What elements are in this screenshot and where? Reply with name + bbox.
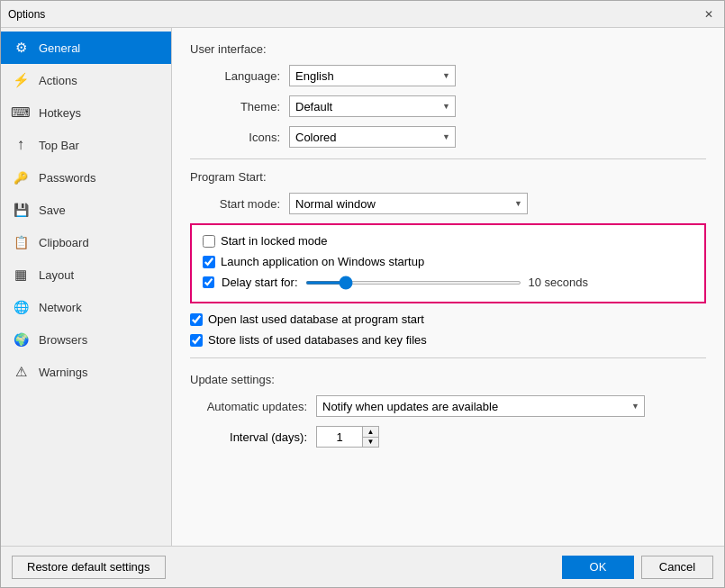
launch-startup-row: Launch application on Windows startup: [203, 255, 693, 268]
sidebar-item-save[interactable]: 💾 Save: [1, 194, 171, 226]
automatic-updates-row: Automatic updates: Notify when updates a…: [190, 395, 706, 417]
launch-startup-checkbox[interactable]: [203, 256, 215, 268]
spinner-down-button[interactable]: ▼: [362, 438, 378, 448]
sidebar-label-network: Network: [39, 301, 82, 314]
sidebar-label-hotkeys: Hotkeys: [39, 106, 81, 120]
delay-slider-container: 10 seconds: [305, 276, 592, 289]
sidebar-item-general[interactable]: ⚙ General: [1, 32, 171, 64]
dialog-title: Options: [8, 8, 45, 21]
footer-right-buttons: OK Cancel: [562, 556, 713, 579]
general-icon: ⚙: [12, 39, 30, 57]
update-settings-section: Update settings: Automatic updates: Noti…: [190, 373, 706, 448]
store-lists-checkbox[interactable]: [190, 334, 203, 347]
open-last-db-row: Open last used database at program start: [190, 312, 706, 326]
highlighted-options-box: Start in locked mode Launch application …: [190, 223, 706, 303]
language-dropdown-wrapper: English German French: [289, 65, 456, 86]
delay-slider[interactable]: [305, 281, 521, 285]
sidebar-item-network[interactable]: 🌐 Network: [1, 291, 171, 323]
start-locked-label: Start in locked mode: [221, 234, 328, 248]
language-label: Language:: [190, 69, 280, 83]
close-button[interactable]: ✕: [701, 6, 717, 23]
icons-select[interactable]: Colored Monochrome: [289, 126, 456, 148]
theme-select[interactable]: Default Dark Light: [289, 95, 456, 117]
interval-label: Interval (days):: [190, 430, 307, 444]
sidebar-item-clipboard[interactable]: 📋 Clipboard: [1, 226, 171, 258]
interval-spinner: ▲ ▼: [316, 426, 379, 448]
start-mode-label: Start mode:: [190, 197, 280, 211]
language-row: Language: English German French: [190, 65, 706, 86]
start-locked-row: Start in locked mode: [203, 234, 693, 248]
sidebar-label-actions: Actions: [39, 74, 77, 87]
actions-icon: ⚡: [12, 71, 30, 89]
divider-2: [190, 357, 706, 358]
updates-dropdown-wrapper: Notify when updates are available Check …: [316, 395, 645, 417]
browsers-icon: 🌍: [12, 330, 30, 348]
theme-row: Theme: Default Dark Light: [190, 95, 706, 117]
options-dialog: Options ✕ ⚙ General ⚡ Actions ⌨ Hotkeys …: [0, 0, 725, 588]
passwords-icon: 🔑: [12, 168, 30, 186]
start-mode-row: Start mode: Normal window Minimized Maxi…: [190, 193, 706, 214]
delay-value-label: 10 seconds: [529, 276, 592, 289]
ok-button[interactable]: OK: [562, 556, 634, 579]
sidebar-label-general: General: [39, 41, 80, 55]
spinner-up-button[interactable]: ▲: [362, 427, 378, 438]
icons-row: Icons: Colored Monochrome: [190, 126, 706, 148]
save-icon: 💾: [12, 201, 30, 219]
icons-dropdown-wrapper: Colored Monochrome: [289, 126, 456, 148]
sidebar-label-save: Save: [39, 204, 66, 217]
sidebar-item-actions[interactable]: ⚡ Actions: [1, 64, 171, 96]
theme-dropdown-wrapper: Default Dark Light: [289, 95, 456, 117]
automatic-updates-select[interactable]: Notify when updates are available Check …: [316, 395, 645, 417]
program-start-section: Program Start: Start mode: Normal window…: [190, 170, 706, 347]
warnings-icon: ⚠: [12, 363, 30, 381]
user-interface-label: User interface:: [190, 42, 706, 56]
delay-start-checkbox[interactable]: [203, 276, 214, 288]
launch-startup-label: Launch application on Windows startup: [221, 255, 424, 268]
automatic-updates-label: Automatic updates:: [190, 400, 307, 413]
sidebar-label-passwords: Passwords: [39, 171, 96, 185]
interval-row: Interval (days): ▲ ▼: [190, 426, 706, 448]
interval-input[interactable]: [317, 427, 362, 447]
sidebar-label-clipboard: Clipboard: [39, 236, 89, 249]
cancel-button[interactable]: Cancel: [641, 556, 713, 579]
title-bar: Options ✕: [1, 1, 724, 28]
store-lists-label: Store lists of used databases and key fi…: [208, 333, 427, 347]
sidebar: ⚙ General ⚡ Actions ⌨ Hotkeys ↑ Top Bar …: [1, 28, 172, 546]
sidebar-item-passwords[interactable]: 🔑 Passwords: [1, 161, 171, 194]
network-icon: 🌐: [12, 298, 30, 316]
language-select[interactable]: English German French: [289, 65, 456, 86]
delay-start-row: Delay start for: 10 seconds: [203, 276, 693, 289]
open-last-db-checkbox[interactable]: [190, 313, 203, 326]
clipboard-icon: 📋: [12, 233, 30, 251]
layout-icon: ▦: [12, 266, 30, 284]
start-mode-select[interactable]: Normal window Minimized Maximized: [289, 193, 528, 214]
delay-start-label: Delay start for:: [222, 276, 298, 289]
hotkeys-icon: ⌨: [12, 104, 30, 122]
main-content: User interface: Language: English German…: [172, 28, 724, 546]
sidebar-label-layout: Layout: [39, 268, 74, 282]
spinner-buttons: ▲ ▼: [362, 427, 378, 447]
divider-1: [190, 158, 706, 159]
icons-label: Icons:: [190, 131, 280, 144]
sidebar-item-layout[interactable]: ▦ Layout: [1, 258, 171, 291]
start-mode-dropdown-wrapper: Normal window Minimized Maximized: [289, 193, 528, 214]
dialog-footer: Restore default settings OK Cancel: [1, 546, 724, 587]
sidebar-label-warnings: Warnings: [39, 366, 87, 379]
update-settings-label: Update settings:: [190, 373, 706, 386]
theme-label: Theme:: [190, 100, 280, 113]
sidebar-item-hotkeys[interactable]: ⌨ Hotkeys: [1, 96, 171, 129]
user-interface-section: User interface: Language: English German…: [190, 42, 706, 148]
start-locked-checkbox[interactable]: [203, 235, 215, 248]
restore-defaults-button[interactable]: Restore default settings: [12, 556, 166, 579]
sidebar-item-browsers[interactable]: 🌍 Browsers: [1, 323, 171, 356]
sidebar-item-topbar[interactable]: ↑ Top Bar: [1, 129, 171, 161]
topbar-icon: ↑: [12, 136, 30, 154]
sidebar-label-topbar: Top Bar: [39, 139, 79, 152]
sidebar-label-browsers: Browsers: [39, 333, 87, 347]
store-lists-row: Store lists of used databases and key fi…: [190, 333, 706, 347]
program-start-label: Program Start:: [190, 170, 706, 184]
dialog-body: ⚙ General ⚡ Actions ⌨ Hotkeys ↑ Top Bar …: [1, 28, 724, 546]
sidebar-item-warnings[interactable]: ⚠ Warnings: [1, 356, 171, 388]
open-last-db-label: Open last used database at program start: [208, 312, 424, 326]
